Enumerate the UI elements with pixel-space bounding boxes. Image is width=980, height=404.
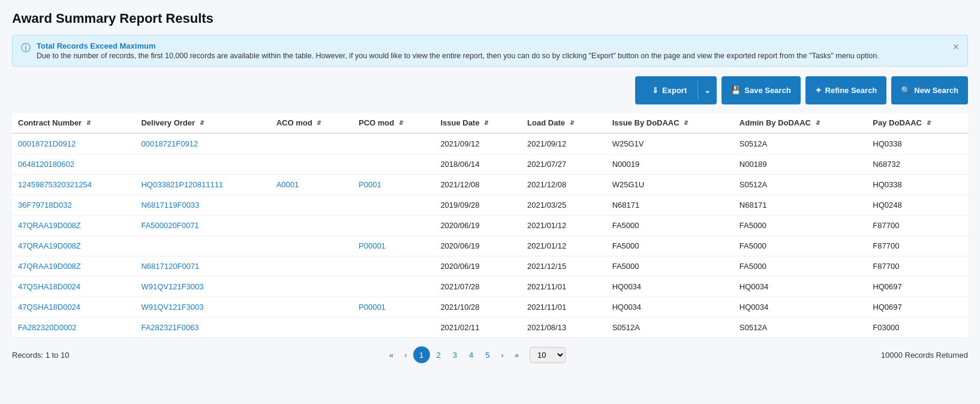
alert-text: Due to the number of records, the first … — [37, 52, 946, 60]
sort-icon-admin-dodaac: ⇵ — [816, 121, 820, 126]
cell-delivery_order: W91QV121F3003 — [135, 297, 270, 318]
pagination-next[interactable]: › — [497, 348, 509, 363]
export-button[interactable]: ⇓ Export — [645, 81, 694, 100]
cell-load_date: 2021/11/01 — [521, 277, 606, 297]
cell-admin_by_dodaac: HQ0034 — [734, 297, 867, 318]
cell-delivery_order: FA500020F0071 — [135, 216, 270, 236]
cell-admin_by_dodaac: S0512A — [734, 318, 867, 338]
table-row: 47QRAA19D008ZP000012020/06/192021/01/12F… — [12, 236, 968, 256]
sort-icon-issue-dodaac: ⇵ — [684, 121, 689, 126]
cell-pay_dodaac: F03000 — [867, 318, 968, 338]
alert-close-button[interactable]: × — [952, 41, 959, 52]
link-contract_number[interactable]: 47QSHA18D0024 — [18, 282, 80, 291]
pagination-page-2[interactable]: 2 — [431, 348, 446, 363]
col-aco-mod[interactable]: ACO mod ⇵ — [270, 113, 353, 133]
per-page-select[interactable]: 10 25 50 100 — [530, 347, 566, 363]
cell-load_date: 2021/01/12 — [521, 236, 606, 256]
sort-icon-load-date: ⇵ — [570, 121, 575, 126]
table-row: 12459875320321254HQ033821P120811111A0001… — [12, 175, 968, 195]
cell-contract_number: 47QSHA18D0024 — [12, 297, 135, 318]
col-admin-by-dodaac[interactable]: Admin By DoDAAC ⇵ — [734, 113, 867, 133]
cell-pay_dodaac: N68732 — [867, 154, 968, 175]
pagination-page-3[interactable]: 3 — [447, 348, 462, 363]
col-issue-by-dodaac[interactable]: Issue By DoDAAC ⇵ — [606, 113, 734, 133]
pagination-prev[interactable]: ‹ — [399, 348, 411, 363]
total-records-label: 10000 Records Returned — [881, 351, 968, 360]
cell-issue_by_dodaac: N00019 — [606, 154, 734, 175]
pagination-row: Records: 1 to 10 « ‹ 1 2 3 4 5 › » 10 25… — [12, 346, 968, 363]
cell-pay_dodaac: HQ0697 — [867, 277, 968, 297]
export-dropdown-arrow[interactable]: ⌄ — [698, 81, 717, 100]
cell-contract_number: 47QRAA19D008Z — [12, 256, 135, 277]
link-pco_mod[interactable]: P00001 — [359, 241, 386, 250]
pagination-page-1[interactable]: 1 — [413, 346, 430, 363]
refine-search-button[interactable]: ✦ Refine Search — [805, 76, 887, 104]
cell-contract_number: 00018721D0912 — [12, 133, 135, 154]
col-issue-date[interactable]: Issue Date ⇵ — [434, 113, 521, 133]
cell-issue_date: 2020/06/19 — [434, 236, 521, 256]
cell-delivery_order: W91QV121F3003 — [135, 277, 270, 297]
cell-issue_date: 2021/10/28 — [434, 297, 521, 318]
link-contract_number[interactable]: 47QSHA18D0024 — [18, 303, 80, 312]
col-pco-mod[interactable]: PCO mod ⇵ — [353, 113, 434, 133]
link-delivery_order[interactable]: FA282321F0063 — [141, 323, 199, 332]
cell-contract_number: 47QRAA19D008Z — [12, 236, 135, 256]
link-pco_mod[interactable]: P0001 — [359, 180, 381, 189]
cell-admin_by_dodaac: N68171 — [734, 195, 867, 216]
cell-aco_mod — [270, 256, 353, 277]
cell-issue_by_dodaac: W25G1U — [606, 175, 734, 195]
link-delivery_order[interactable]: FA500020F0071 — [141, 221, 199, 230]
link-aco_mod[interactable]: A0001 — [276, 180, 299, 189]
link-contract_number[interactable]: 36F79718D032 — [18, 200, 72, 210]
cell-issue_by_dodaac: HQ0034 — [606, 277, 734, 297]
table-row: 06481201806022018/06/142021/07/27N00019N… — [12, 154, 968, 175]
cell-aco_mod: A0001 — [270, 175, 353, 195]
cell-delivery_order: FA282321F0063 — [135, 318, 270, 338]
link-contract_number[interactable]: 47QRAA19D008Z — [18, 221, 81, 230]
link-delivery_order[interactable]: W91QV121F3003 — [141, 303, 203, 312]
save-search-button[interactable]: 💾 Save Search — [722, 76, 800, 104]
cell-issue_by_dodaac: HQ0034 — [606, 297, 734, 318]
cell-load_date: 2021/12/15 — [521, 256, 606, 277]
link-delivery_order[interactable]: N6817120F0071 — [141, 262, 199, 271]
new-search-button[interactable]: 🔍 New Search — [891, 76, 968, 104]
pagination-last[interactable]: » — [510, 348, 524, 363]
cell-admin_by_dodaac: FA5000 — [734, 216, 867, 236]
cell-issue_by_dodaac: W25G1V — [606, 133, 734, 154]
alert-banner: ⓘ Total Records Exceed Maximum Due to th… — [12, 35, 968, 67]
link-contract_number[interactable]: 47QRAA19D008Z — [18, 262, 81, 271]
table-row: 47QRAA19D008ZFA500020F00712020/06/192021… — [12, 216, 968, 236]
col-delivery-order[interactable]: Delivery Order ⇵ — [135, 113, 270, 133]
cell-pay_dodaac: HQ0338 — [867, 133, 968, 154]
cell-pco_mod — [353, 216, 434, 236]
link-contract_number[interactable]: 12459875320321254 — [18, 180, 92, 189]
pagination-page-5[interactable]: 5 — [480, 348, 495, 363]
cell-aco_mod — [270, 195, 353, 216]
save-search-label: Save Search — [744, 86, 790, 95]
link-pco_mod[interactable]: P00001 — [359, 303, 386, 312]
cell-delivery_order: HQ033821P120811111 — [135, 175, 270, 195]
pagination-first[interactable]: « — [384, 348, 398, 363]
link-delivery_order[interactable]: W91QV121F3003 — [141, 282, 203, 291]
link-contract_number[interactable]: 47QRAA19D008Z — [18, 241, 81, 250]
cell-pco_mod — [353, 195, 434, 216]
cell-aco_mod — [270, 318, 353, 338]
table-header-row: Contract Number ⇵ Delivery Order ⇵ ACO m… — [12, 113, 968, 133]
cell-pco_mod — [353, 318, 434, 338]
cell-admin_by_dodaac: FA5000 — [734, 256, 867, 277]
pagination-page-4[interactable]: 4 — [464, 348, 479, 363]
link-delivery_order[interactable]: 00018721F0912 — [141, 139, 198, 148]
link-delivery_order[interactable]: HQ033821P120811111 — [141, 180, 223, 189]
link-contract_number[interactable]: 0648120180602 — [18, 160, 74, 169]
link-contract_number[interactable]: 00018721D0912 — [18, 139, 76, 148]
link-delivery_order[interactable]: N6817119F0033 — [141, 200, 199, 210]
col-pay-dodaac[interactable]: Pay DoDAAC ⇵ — [867, 113, 968, 133]
col-load-date[interactable]: Load Date ⇵ — [521, 113, 606, 133]
cell-admin_by_dodaac: FA5000 — [734, 236, 867, 256]
sort-icon-aco: ⇵ — [317, 121, 321, 126]
cell-delivery_order — [135, 236, 270, 256]
link-contract_number[interactable]: FA282320D0002 — [18, 323, 77, 332]
col-contract-number[interactable]: Contract Number ⇵ — [12, 113, 135, 133]
table-row: 47QSHA18D0024W91QV121F30032021/07/282021… — [12, 277, 968, 297]
cell-issue_by_dodaac: N68171 — [606, 195, 734, 216]
